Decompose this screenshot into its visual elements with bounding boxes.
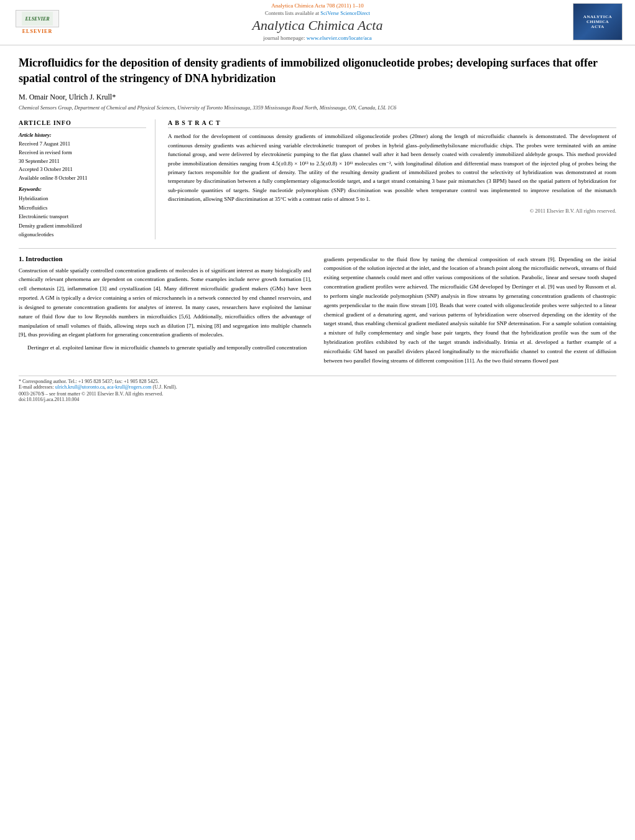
received-date: Received 7 August 2011 — [19, 140, 146, 149]
email2: aca-krull@rogers.com — [107, 384, 152, 390]
doi-line: doi:10.1016/j.aca.2011.10.004 — [19, 397, 616, 402]
keywords-list: Hybridization Microfluidics Electrokinet… — [19, 194, 146, 239]
footnote-area: * Corresponding author. Tel.: +1 905 828… — [19, 376, 616, 390]
intro-para2: Dertinger et al. exploited laminar flow … — [19, 343, 312, 353]
keyword-2: Microfluidics — [19, 203, 146, 212]
revised-date: Received in revised form 30 September 20… — [19, 149, 146, 165]
online-date: Available online 8 October 2011 — [19, 174, 146, 183]
homepage-link: www.elsevier.com/locate/aca — [307, 35, 372, 41]
contents-link: SciVerse ScienceDirect — [320, 10, 370, 16]
journal-header: ELSEVIER ELSEVIER Analytica Chimica Acta… — [0, 0, 635, 45]
article-info-abstract: ARTICLE INFO Article history: Received 7… — [19, 119, 616, 239]
page-wrapper: ELSEVIER ELSEVIER Analytica Chimica Acta… — [0, 0, 635, 408]
keywords-label: Keywords: — [19, 186, 146, 192]
section-divider — [19, 248, 616, 249]
svg-text:ELSEVIER: ELSEVIER — [24, 16, 50, 22]
main-content: Microfluidics for the deposition of dens… — [0, 45, 635, 408]
journal-header-center: Analytica Chimica Acta 708 (2011) 1–10 C… — [62, 2, 573, 41]
abstract-heading: A B S T R A C T — [168, 119, 616, 128]
elsevier-logo: ELSEVIER ELSEVIER — [12, 10, 62, 34]
email-suffix: (U.J. Krull). — [153, 384, 177, 390]
elsevier-logo-box: ELSEVIER — [16, 10, 59, 27]
accepted-date: Accepted 3 October 2011 — [19, 165, 146, 174]
affiliation: Chemical Sensors Group, Department of Ch… — [19, 104, 616, 111]
email-prefix: E-mail addresses: — [19, 384, 55, 390]
abstract-col: A B S T R A C T A method for the develop… — [168, 119, 616, 239]
logo-right-text: ANALYTICA CHIMICA ACTA — [583, 14, 612, 29]
journal-top-info: Analytica Chimica Acta 708 (2011) 1–10 — [62, 2, 573, 9]
keyword-3: Electrokinetic transport — [19, 212, 146, 221]
body-content: 1. Introduction Construction of stable s… — [19, 255, 616, 369]
footnote-email: E-mail addresses: ulrich.krull@utoronto.… — [19, 384, 616, 390]
intro-text-left: Construction of stable spatially control… — [19, 266, 312, 353]
intro-para3: gradients perpendicular to the fluid flo… — [324, 255, 617, 366]
journal-logo-right: ANALYTICA CHIMICA ACTA — [573, 3, 623, 40]
doi-bar: 0003-2670/$ – see front matter © 2011 El… — [19, 390, 616, 402]
intro-para1: Construction of stable spatially control… — [19, 266, 312, 340]
contents-info: Contents lists available at SciVerse Sci… — [62, 10, 573, 16]
contents-prefix: Contents lists available at — [265, 10, 320, 16]
journal-homepage: journal homepage: www.elsevier.com/locat… — [62, 35, 573, 41]
email1: ulrich.krull@utoronto.ca — [55, 384, 104, 390]
article-history-label: Article history: — [19, 132, 146, 138]
article-title: Microfluidics for the deposition of dens… — [19, 55, 616, 86]
copyright: © 2011 Elsevier B.V. All rights reserved… — [168, 208, 616, 214]
intro-text-right: gradients perpendicular to the fluid flo… — [324, 255, 617, 366]
journal-name: Analytica Chimica Acta — [62, 17, 573, 34]
authors: M. Omair Noor, Ulrich J. Krull* — [19, 93, 616, 102]
footnote-corresponding: * Corresponding author. Tel.: +1 905 828… — [19, 379, 616, 384]
homepage-prefix: journal homepage: — [263, 35, 306, 41]
issn-line: 0003-2670/$ – see front matter © 2011 El… — [19, 391, 616, 397]
elsevier-label: ELSEVIER — [22, 29, 52, 34]
body-col-left: 1. Introduction Construction of stable s… — [19, 255, 312, 369]
keyword-4b: oligonucleotides — [19, 230, 146, 239]
body-col-right: gradients perpendicular to the fluid flo… — [324, 255, 617, 369]
abstract-text: A method for the development of continuo… — [168, 132, 616, 203]
intro-heading: 1. Introduction — [19, 255, 312, 262]
keyword-4: Density gradient immobilized — [19, 221, 146, 230]
article-info-col: ARTICLE INFO Article history: Received 7… — [19, 119, 155, 239]
keyword-1: Hybridization — [19, 194, 146, 203]
top-info-text: Analytica Chimica Acta 708 (2011) 1–10 — [271, 2, 363, 9]
authors-text: M. Omair Noor, Ulrich J. Krull* — [19, 93, 116, 101]
article-info-heading: ARTICLE INFO — [19, 119, 146, 128]
